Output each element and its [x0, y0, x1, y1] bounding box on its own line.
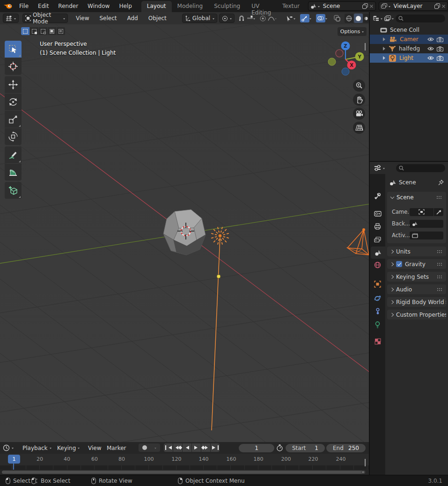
disable-in-renders-icon[interactable]	[437, 56, 443, 61]
menu-select[interactable]: Select	[94, 15, 122, 22]
panel-grip-icon[interactable]	[437, 275, 443, 279]
hide-in-viewport-icon[interactable]	[427, 56, 434, 60]
tool-transform[interactable]	[5, 128, 22, 145]
record-button[interactable]	[140, 445, 150, 450]
overlays-toggle[interactable]	[316, 14, 325, 22]
tab-physics[interactable]	[370, 292, 385, 304]
transform-orientation-dropdown[interactable]: Global	[182, 14, 217, 23]
tab-object-data[interactable]	[370, 319, 385, 331]
object-label[interactable]: Light	[399, 55, 413, 61]
new-scene-icon[interactable]	[362, 3, 368, 9]
use-preview-range-button[interactable]	[276, 442, 283, 454]
frame-end-field[interactable]: End 250	[326, 444, 366, 452]
tab-tool[interactable]	[370, 190, 385, 202]
play-reverse-button[interactable]	[183, 443, 191, 452]
tool-annotate[interactable]	[5, 146, 22, 163]
playback-menu[interactable]: Playback	[22, 442, 51, 454]
hide-in-viewport-icon[interactable]	[427, 46, 434, 51]
snap-toggle-button[interactable]	[237, 14, 246, 23]
options-button[interactable]: Options	[338, 27, 367, 36]
gizmos-dropdown[interactable]	[299, 14, 312, 23]
light-origin-dot[interactable]	[219, 234, 222, 238]
frame-start-field[interactable]: Start 1	[286, 444, 325, 452]
keyframe-strip[interactable]	[0, 465, 369, 470]
hide-in-viewport-icon[interactable]	[427, 37, 434, 42]
mesh-object[interactable]	[163, 210, 206, 255]
tab-world[interactable]	[370, 259, 385, 271]
sidebar-toggle-icon[interactable]	[365, 43, 366, 50]
panel-grip-icon[interactable]	[437, 250, 443, 254]
background-scene-field[interactable]	[410, 220, 443, 228]
tab-modeling[interactable]: Modeling	[172, 1, 209, 12]
tab-render[interactable]	[370, 207, 385, 219]
section-units[interactable]: Units	[387, 247, 446, 256]
shading-wireframe-button[interactable]	[345, 14, 353, 23]
outliner-row-camera[interactable]: Camer	[370, 35, 448, 44]
pin-icon[interactable]	[438, 180, 444, 186]
jump-to-end-button[interactable]	[211, 443, 220, 452]
tab-texture[interactable]: Textur	[277, 1, 305, 12]
tool-select-box[interactable]	[5, 41, 22, 58]
tab-texture[interactable]	[370, 335, 385, 348]
menu-edit[interactable]: Edit	[33, 0, 53, 12]
perspective-toggle-button[interactable]	[353, 122, 365, 134]
menu-object[interactable]: Object	[143, 15, 172, 22]
section-rigid-body-world[interactable]: Rigid Body World	[387, 297, 446, 307]
object-label[interactable]: halfedg	[399, 45, 420, 52]
current-frame-field[interactable]: 1	[239, 444, 274, 452]
outliner-row-light[interactable]: Light	[370, 53, 448, 63]
tool-add-cube[interactable]	[5, 182, 22, 199]
tool-move[interactable]	[5, 76, 22, 93]
unlink-scene-icon[interactable]	[369, 4, 374, 8]
tab-object[interactable]	[370, 278, 385, 290]
breadcrumb-label[interactable]: Scene	[399, 179, 416, 186]
eyedropper-button[interactable]	[434, 208, 443, 216]
tool-rotate[interactable]	[5, 94, 22, 110]
overlays-dropdown[interactable]	[315, 14, 328, 23]
panel-grip-icon[interactable]	[445, 300, 446, 304]
properties-editor-type-button[interactable]	[374, 165, 385, 171]
scene-name[interactable]: Scene	[321, 3, 361, 9]
menu-file[interactable]: File	[15, 0, 33, 12]
outliner-row-mesh[interactable]: halfedg	[370, 44, 448, 53]
outliner-filter-dropdown[interactable]	[373, 15, 382, 22]
tab-output[interactable]	[370, 220, 385, 232]
editor-type-button[interactable]	[3, 14, 19, 23]
camera-object[interactable]	[347, 228, 369, 255]
expand-icon[interactable]	[383, 56, 385, 60]
scene-panel-header[interactable]: Scene	[387, 192, 446, 203]
menu-help[interactable]: Help	[114, 0, 136, 12]
3d-viewport[interactable]: User Perspective (1) Scene Collection | …	[0, 24, 369, 442]
active-clip-field[interactable]	[410, 232, 443, 239]
zoom-button[interactable]	[353, 80, 365, 92]
panel-grip-icon[interactable]	[437, 288, 443, 291]
editor-divider[interactable]	[370, 161, 448, 162]
scene-selector[interactable]: Scene	[308, 1, 376, 11]
scrollbar-knob[interactable]	[361, 471, 365, 474]
timeline-ruler[interactable]: 20 40 60 80 100 120 140 160 180 200 220 …	[0, 454, 369, 465]
disable-in-renders-icon[interactable]	[437, 37, 443, 42]
gizmo-negative-x-ball[interactable]	[336, 50, 343, 57]
marker-menu[interactable]: Marker	[107, 442, 126, 454]
playhead[interactable]: 1	[8, 455, 20, 464]
yellow-handle-dot[interactable]	[217, 275, 220, 278]
object-label[interactable]: Camer	[400, 36, 419, 43]
section-audio[interactable]: Audio	[387, 284, 446, 294]
jump-to-start-button[interactable]	[164, 443, 173, 452]
scene-camera-field[interactable]	[410, 208, 433, 216]
select-mode-extend-button[interactable]	[30, 27, 38, 35]
collection-row[interactable]: Scene Coll	[370, 25, 448, 35]
navigation-gizmo[interactable]: Z Y X	[324, 38, 368, 83]
tab-scene[interactable]	[371, 247, 385, 259]
select-mode-invert-button[interactable]	[48, 27, 56, 35]
gizmo-toggle[interactable]	[300, 14, 309, 22]
show-object-types-dropdown[interactable]	[285, 14, 296, 23]
remove-viewlayer-icon[interactable]	[441, 4, 446, 8]
tab-constraints[interactable]	[370, 305, 385, 317]
timeline-scrollbar[interactable]	[2, 471, 365, 474]
previous-keyframe-button[interactable]	[173, 443, 182, 452]
outliner-display-mode-dropdown[interactable]	[384, 15, 394, 22]
shading-solid-button[interactable]	[354, 14, 363, 23]
new-viewlayer-icon[interactable]	[434, 3, 440, 9]
expand-icon[interactable]	[383, 47, 385, 51]
